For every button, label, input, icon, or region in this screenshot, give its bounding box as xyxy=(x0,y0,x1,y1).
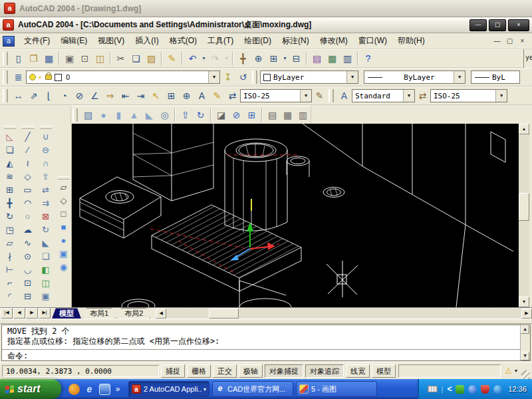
box-icon[interactable]: ▧ xyxy=(80,108,96,122)
dimension-update-icon[interactable]: ⇄ xyxy=(225,88,240,103)
close-button[interactable]: × xyxy=(508,19,529,31)
slice-icon[interactable]: ◪ xyxy=(213,108,229,122)
tray-messenger-icon[interactable] xyxy=(468,385,477,394)
torus-icon[interactable]: ◎ xyxy=(157,108,172,122)
rotate-icon[interactable]: ↻ xyxy=(2,210,18,223)
shell-icon[interactable]: ▣ xyxy=(38,290,54,303)
continue-dimension-icon[interactable]: ⇥ xyxy=(133,88,148,103)
help-icon[interactable]: ? xyxy=(360,51,376,66)
toolbar-grip[interactable] xyxy=(40,126,52,129)
start-button[interactable]: start xyxy=(0,379,61,399)
tray-globe-icon[interactable] xyxy=(493,385,502,394)
copy-icon[interactable]: ❏ xyxy=(128,51,144,66)
resize-grip[interactable] xyxy=(521,370,530,379)
print-icon[interactable]: ▣ xyxy=(62,51,77,66)
zoom-previous-icon[interactable]: ⊟ xyxy=(289,51,304,66)
polygon-icon[interactable]: ◇ xyxy=(20,170,36,184)
command-text-area[interactable]: MOVE 找到 2 个指定基点或位移: 指定位移的第二点或 <用第一点作位移>:… xyxy=(1,325,531,361)
canvas-vscrollbar[interactable]: ▲ ▼ xyxy=(519,124,529,307)
menu-view[interactable]: 视图(V) xyxy=(92,33,130,49)
ellipse-icon[interactable]: ⊙ xyxy=(20,250,36,263)
new-icon[interactable]: ▯ xyxy=(11,51,26,66)
ordinate-dimension-icon[interactable]: ⌊ xyxy=(41,88,57,103)
snap-toggle[interactable]: 捕捉 xyxy=(161,364,185,378)
line-icon[interactable]: ╱ xyxy=(20,130,36,144)
flat-shaded-edges-icon[interactable]: ▣ xyxy=(56,247,72,261)
vscroll-thumb[interactable] xyxy=(519,193,529,221)
otrack-toggle[interactable]: 对象追踪 xyxy=(305,364,344,378)
ortho-toggle[interactable]: 正交 xyxy=(213,364,237,378)
separate-icon[interactable]: ◫ xyxy=(38,277,54,290)
2d-wireframe-icon[interactable]: ▱ xyxy=(56,181,72,194)
layer-combo[interactable]: ☀ 0 ▼ xyxy=(26,70,220,84)
tray-collapse-icon[interactable]: < xyxy=(447,384,452,394)
tool-palettes-icon[interactable]: ▥ xyxy=(340,51,355,66)
canvas-hscrollbar[interactable]: ◀ ▶ xyxy=(156,309,532,319)
tray-security-icon[interactable] xyxy=(481,385,489,394)
interference-icon[interactable]: ⊞ xyxy=(244,108,259,122)
array-icon[interactable]: ⊞ xyxy=(2,184,18,197)
quick-dimension-icon[interactable]: ⇒ xyxy=(102,88,118,103)
move-faces-icon[interactable]: ⇄ xyxy=(38,184,54,197)
redo-icon[interactable]: ↷ xyxy=(207,51,223,66)
pan-realtime-icon[interactable]: ╋ xyxy=(235,51,251,66)
gouraud-shaded-edges-icon[interactable]: ◉ xyxy=(56,261,72,274)
extrude-icon[interactable]: ⇧ xyxy=(178,108,193,122)
linear-dimension-icon[interactable]: ↔ xyxy=(11,88,26,103)
lineweight-toggle[interactable]: 线宽 xyxy=(346,364,370,378)
tab-nav-button-2[interactable]: ▶ xyxy=(26,308,38,319)
hidden-icon[interactable]: □ xyxy=(56,207,72,221)
subtract-icon[interactable]: ⊖ xyxy=(38,144,54,157)
menu-help[interactable]: 帮助(H) xyxy=(392,33,430,49)
tab-nav-button-1[interactable]: ◀ xyxy=(13,308,25,319)
spline-icon[interactable]: ∿ xyxy=(20,237,36,250)
taskbar-ie-button[interactable]: eCAD世界官方网... xyxy=(212,381,293,397)
color-faces-icon[interactable]: ◧ xyxy=(38,263,54,277)
scroll-up-icon[interactable]: ▲ xyxy=(519,124,529,134)
scroll-left-icon[interactable]: ◀ xyxy=(156,309,166,319)
extrude-faces-icon[interactable]: ⇧ xyxy=(38,170,54,184)
ellipse-arc-icon[interactable]: ◡ xyxy=(20,263,36,277)
publish-icon[interactable]: ◫ xyxy=(92,51,108,66)
tab-layout2[interactable]: 布局2 xyxy=(117,308,150,319)
taskbar-autocad-button[interactable]: a2 AutoCAD Appli...▾ xyxy=(128,381,209,397)
trim-icon[interactable]: ∤ xyxy=(2,250,18,263)
scroll-down-icon[interactable]: ▼ xyxy=(519,297,529,307)
open-icon[interactable]: ❐ xyxy=(26,51,41,66)
text-style-icon[interactable]: A xyxy=(336,88,352,103)
copy-faces-icon[interactable]: ❏ xyxy=(38,250,54,263)
setup-drawing-icon[interactable]: ▤ xyxy=(265,108,280,122)
dim-style-dialog-icon[interactable]: ✎ xyxy=(312,88,327,103)
revolve-icon[interactable]: ↻ xyxy=(193,108,208,122)
toolbar-grip[interactable] xyxy=(72,108,78,122)
zoom-realtime-icon[interactable]: ⊕ xyxy=(251,51,266,66)
mdi-close-button[interactable]: × xyxy=(517,37,528,46)
move-icon[interactable]: ╋ xyxy=(2,197,18,210)
menu-modify[interactable]: 修改(M) xyxy=(315,33,353,49)
background-window-titlebar[interactable]: a AutoCAD 2004 - [Drawing1.dwg] xyxy=(0,0,532,17)
cone-icon[interactable]: ▲ xyxy=(126,108,142,122)
flat-shaded-icon[interactable]: ■ xyxy=(56,221,72,234)
autocad-app-icon[interactable]: a xyxy=(3,19,14,31)
scroll-down-icon[interactable]: ▼ xyxy=(521,352,529,360)
scroll-up-icon[interactable]: ▲ xyxy=(521,325,529,334)
setup-view-icon[interactable]: ▦ xyxy=(280,108,295,122)
color-combo[interactable]: ByLayer ▼ xyxy=(260,70,358,84)
intersect-icon[interactable]: ∩ xyxy=(38,157,54,170)
offset-icon[interactable]: ≋ xyxy=(2,170,18,184)
rectangle-icon[interactable]: ▭ xyxy=(20,184,36,197)
keyboard-icon[interactable] xyxy=(428,386,438,392)
chamfer-icon[interactable]: ⌐ xyxy=(2,277,18,290)
chevron-down-icon[interactable]: ▼ xyxy=(208,71,219,83)
layer-color-swatch[interactable] xyxy=(55,74,62,81)
dimension-text-edit-icon[interactable]: ✎ xyxy=(209,88,225,103)
erase-icon[interactable]: ◺ xyxy=(2,130,18,144)
chevron-down-icon[interactable]: ▼ xyxy=(346,71,358,83)
copy-object-icon[interactable]: ❏ xyxy=(2,144,18,157)
redo-flyout-icon[interactable]: ▾ xyxy=(223,51,230,66)
revision-cloud-icon[interactable]: ☁ xyxy=(20,223,36,237)
menu-insert[interactable]: 插入(I) xyxy=(130,33,164,49)
mdi-restore-button[interactable]: ▢ xyxy=(504,37,515,46)
cylinder-icon[interactable]: ▮ xyxy=(111,108,126,122)
fillet-icon[interactable]: ◜ xyxy=(2,290,18,303)
